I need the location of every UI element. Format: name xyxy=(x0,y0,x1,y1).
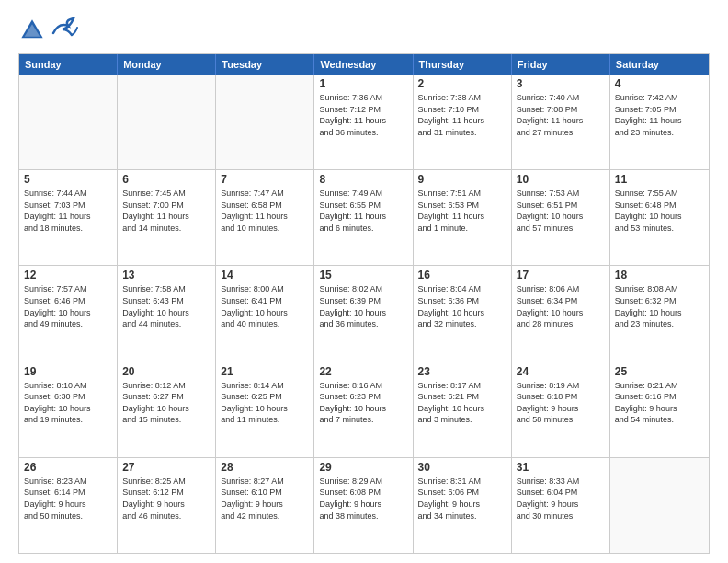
day-info: Sunrise: 8:29 AM Sunset: 6:08 PM Dayligh… xyxy=(319,476,407,522)
header-day-sunday: Sunday xyxy=(19,54,118,75)
day-info: Sunrise: 8:06 AM Sunset: 6:34 PM Dayligh… xyxy=(517,283,605,329)
day-cell-14: 14Sunrise: 8:00 AM Sunset: 6:41 PM Dayli… xyxy=(216,266,314,361)
day-cell-29: 29Sunrise: 8:29 AM Sunset: 6:08 PM Dayli… xyxy=(314,458,413,553)
day-info: Sunrise: 7:47 AM Sunset: 6:58 PM Dayligh… xyxy=(221,188,309,234)
day-cell-11: 11Sunrise: 7:55 AM Sunset: 6:48 PM Dayli… xyxy=(610,170,709,265)
calendar-row-1: 1Sunrise: 7:36 AM Sunset: 7:12 PM Daylig… xyxy=(19,75,709,169)
day-info: Sunrise: 7:49 AM Sunset: 6:55 PM Dayligh… xyxy=(319,188,407,234)
day-number: 15 xyxy=(319,269,407,282)
day-number: 18 xyxy=(615,269,704,282)
empty-cell xyxy=(118,75,216,169)
calendar: SundayMondayTuesdayWednesdayThursdayFrid… xyxy=(18,53,710,554)
day-number: 1 xyxy=(319,77,407,90)
day-info: Sunrise: 7:38 AM Sunset: 7:10 PM Dayligh… xyxy=(418,92,506,138)
day-number: 27 xyxy=(122,461,210,474)
day-number: 7 xyxy=(221,173,309,186)
day-info: Sunrise: 8:10 AM Sunset: 6:30 PM Dayligh… xyxy=(24,380,112,426)
header-day-saturday: Saturday xyxy=(610,54,709,75)
day-info: Sunrise: 7:51 AM Sunset: 6:53 PM Dayligh… xyxy=(418,188,506,234)
day-number: 26 xyxy=(24,461,112,474)
day-number: 9 xyxy=(418,173,506,186)
day-number: 8 xyxy=(319,173,407,186)
day-cell-23: 23Sunrise: 8:17 AM Sunset: 6:21 PM Dayli… xyxy=(414,362,512,457)
day-number: 13 xyxy=(122,269,210,282)
empty-cell xyxy=(610,458,709,553)
page: SundayMondayTuesdayWednesdayThursdayFrid… xyxy=(0,0,728,563)
day-cell-6: 6Sunrise: 7:45 AM Sunset: 7:00 PM Daylig… xyxy=(118,170,216,265)
day-cell-17: 17Sunrise: 8:06 AM Sunset: 6:34 PM Dayli… xyxy=(512,266,610,361)
day-number: 24 xyxy=(517,365,605,378)
day-info: Sunrise: 7:42 AM Sunset: 7:05 PM Dayligh… xyxy=(615,92,704,138)
day-cell-7: 7Sunrise: 7:47 AM Sunset: 6:58 PM Daylig… xyxy=(216,170,314,265)
calendar-body: 1Sunrise: 7:36 AM Sunset: 7:12 PM Daylig… xyxy=(19,75,709,553)
day-number: 16 xyxy=(418,269,506,282)
day-info: Sunrise: 7:57 AM Sunset: 6:46 PM Dayligh… xyxy=(24,283,112,329)
day-info: Sunrise: 8:27 AM Sunset: 6:10 PM Dayligh… xyxy=(221,476,309,522)
day-cell-26: 26Sunrise: 8:23 AM Sunset: 6:14 PM Dayli… xyxy=(19,458,118,553)
day-number: 14 xyxy=(221,269,309,282)
calendar-row-3: 12Sunrise: 7:57 AM Sunset: 6:46 PM Dayli… xyxy=(19,265,709,361)
day-cell-22: 22Sunrise: 8:16 AM Sunset: 6:23 PM Dayli… xyxy=(314,362,413,457)
day-number: 22 xyxy=(319,365,407,378)
day-info: Sunrise: 8:21 AM Sunset: 6:16 PM Dayligh… xyxy=(615,380,704,426)
day-cell-16: 16Sunrise: 8:04 AM Sunset: 6:36 PM Dayli… xyxy=(414,266,512,361)
day-number: 25 xyxy=(615,365,704,378)
day-number: 6 xyxy=(122,173,210,186)
day-number: 30 xyxy=(418,461,506,474)
day-cell-8: 8Sunrise: 7:49 AM Sunset: 6:55 PM Daylig… xyxy=(314,170,413,265)
day-cell-5: 5Sunrise: 7:44 AM Sunset: 7:03 PM Daylig… xyxy=(19,170,118,265)
day-cell-25: 25Sunrise: 8:21 AM Sunset: 6:16 PM Dayli… xyxy=(610,362,709,457)
day-number: 3 xyxy=(517,77,605,90)
day-cell-4: 4Sunrise: 7:42 AM Sunset: 7:05 PM Daylig… xyxy=(610,75,709,169)
day-info: Sunrise: 7:40 AM Sunset: 7:08 PM Dayligh… xyxy=(517,92,605,138)
empty-cell xyxy=(19,75,118,169)
day-info: Sunrise: 7:45 AM Sunset: 7:00 PM Dayligh… xyxy=(122,188,210,234)
day-cell-13: 13Sunrise: 7:58 AM Sunset: 6:43 PM Dayli… xyxy=(118,266,216,361)
day-info: Sunrise: 8:14 AM Sunset: 6:25 PM Dayligh… xyxy=(221,380,309,426)
day-cell-9: 9Sunrise: 7:51 AM Sunset: 6:53 PM Daylig… xyxy=(414,170,512,265)
day-number: 31 xyxy=(517,461,605,474)
day-number: 11 xyxy=(615,173,704,186)
header-day-tuesday: Tuesday xyxy=(216,54,314,75)
header xyxy=(18,15,710,46)
day-number: 4 xyxy=(615,77,704,90)
day-info: Sunrise: 8:08 AM Sunset: 6:32 PM Dayligh… xyxy=(615,283,704,329)
day-cell-15: 15Sunrise: 8:02 AM Sunset: 6:39 PM Dayli… xyxy=(314,266,413,361)
logo xyxy=(18,15,85,46)
header-day-friday: Friday xyxy=(512,54,610,75)
day-number: 21 xyxy=(221,365,309,378)
day-info: Sunrise: 8:23 AM Sunset: 6:14 PM Dayligh… xyxy=(24,476,112,522)
day-cell-30: 30Sunrise: 8:31 AM Sunset: 6:06 PM Dayli… xyxy=(414,458,512,553)
logo-icon xyxy=(18,17,46,44)
day-number: 28 xyxy=(221,461,309,474)
day-number: 29 xyxy=(319,461,407,474)
day-info: Sunrise: 8:25 AM Sunset: 6:12 PM Dayligh… xyxy=(122,476,210,522)
day-info: Sunrise: 8:19 AM Sunset: 6:18 PM Dayligh… xyxy=(517,380,605,426)
day-info: Sunrise: 8:02 AM Sunset: 6:39 PM Dayligh… xyxy=(319,283,407,329)
day-cell-12: 12Sunrise: 7:57 AM Sunset: 6:46 PM Dayli… xyxy=(19,266,118,361)
day-cell-20: 20Sunrise: 8:12 AM Sunset: 6:27 PM Dayli… xyxy=(118,362,216,457)
day-cell-3: 3Sunrise: 7:40 AM Sunset: 7:08 PM Daylig… xyxy=(512,75,610,169)
day-number: 10 xyxy=(517,173,605,186)
day-info: Sunrise: 8:04 AM Sunset: 6:36 PM Dayligh… xyxy=(418,283,506,329)
day-cell-1: 1Sunrise: 7:36 AM Sunset: 7:12 PM Daylig… xyxy=(314,75,413,169)
day-number: 19 xyxy=(24,365,112,378)
day-info: Sunrise: 8:00 AM Sunset: 6:41 PM Dayligh… xyxy=(221,283,309,329)
day-cell-10: 10Sunrise: 7:53 AM Sunset: 6:51 PM Dayli… xyxy=(512,170,610,265)
day-number: 17 xyxy=(517,269,605,282)
header-day-thursday: Thursday xyxy=(414,54,512,75)
calendar-row-2: 5Sunrise: 7:44 AM Sunset: 7:03 PM Daylig… xyxy=(19,169,709,265)
day-info: Sunrise: 7:44 AM Sunset: 7:03 PM Dayligh… xyxy=(24,188,112,234)
empty-cell xyxy=(216,75,314,169)
day-info: Sunrise: 7:58 AM Sunset: 6:43 PM Dayligh… xyxy=(122,283,210,329)
day-number: 23 xyxy=(418,365,506,378)
day-cell-21: 21Sunrise: 8:14 AM Sunset: 6:25 PM Dayli… xyxy=(216,362,314,457)
logo-bird-icon xyxy=(50,15,81,46)
day-info: Sunrise: 7:55 AM Sunset: 6:48 PM Dayligh… xyxy=(615,188,704,234)
calendar-header: SundayMondayTuesdayWednesdayThursdayFrid… xyxy=(19,54,709,75)
day-number: 5 xyxy=(24,173,112,186)
day-info: Sunrise: 8:12 AM Sunset: 6:27 PM Dayligh… xyxy=(122,380,210,426)
day-info: Sunrise: 7:53 AM Sunset: 6:51 PM Dayligh… xyxy=(517,188,605,234)
day-cell-31: 31Sunrise: 8:33 AM Sunset: 6:04 PM Dayli… xyxy=(512,458,610,553)
header-day-monday: Monday xyxy=(118,54,216,75)
